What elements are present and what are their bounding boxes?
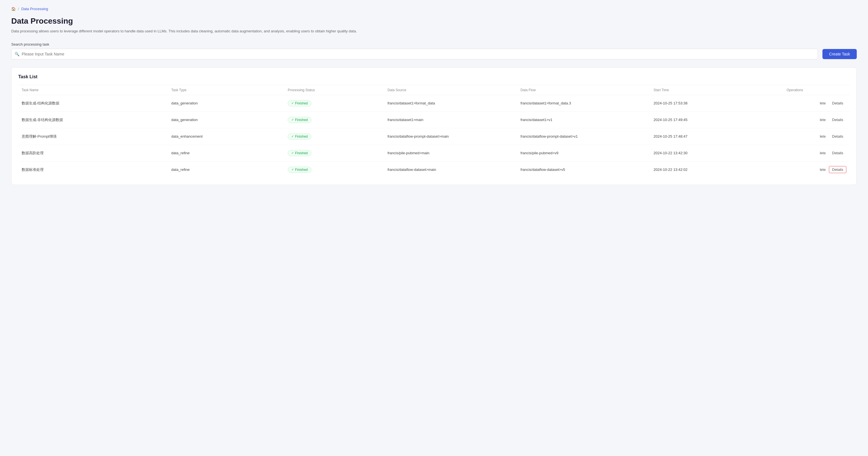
check-icon: ✓ (291, 101, 294, 105)
details-link[interactable]: Details (829, 99, 846, 107)
check-icon: ✓ (291, 151, 294, 155)
cell-task-type: data_generation (168, 95, 284, 111)
status-badge: ✓ Finished (288, 134, 311, 140)
home-icon[interactable]: 🏠 (11, 7, 16, 11)
table-row: 数据高阶处理 data_refine ✓ Finished francis/pi… (18, 145, 850, 161)
cell-start-time: 2024-10-22 13:42:02 (650, 161, 783, 178)
col-header-start-time: Start Time (650, 85, 783, 95)
col-header-operations: Operations (783, 85, 850, 95)
cell-task-name: 数据生成-结构化源数据 (18, 95, 168, 111)
cell-operations: lete Details (783, 161, 850, 178)
search-row: 🔍 Create Task (11, 49, 857, 59)
table-header: Task Name Task Type Processing Status Da… (18, 85, 850, 95)
details-link[interactable]: Details (829, 116, 846, 123)
page-description: Data processing allows users to leverage… (11, 28, 377, 34)
cell-data-flow: francis/dataflow-dataset>v5 (517, 161, 650, 178)
col-header-data-flow: Data Flow (517, 85, 650, 95)
delete-link[interactable]: lete (820, 151, 826, 155)
cell-data-source: francis/dataflow-dataset>main (384, 161, 517, 178)
cell-data-flow: francis/pile-pubmed>v9 (517, 145, 650, 161)
cell-operations: lete Details (783, 95, 850, 111)
cell-operations: lete Details (783, 111, 850, 128)
table-row: 数据生成-非结构化源数据 data_generation ✓ Finished … (18, 111, 850, 128)
cell-data-flow: francis/dataflow-prompt-dataset>v1 (517, 128, 650, 145)
cell-task-type: data_refine (168, 145, 284, 161)
cell-data-source: francis/dataset1>main (384, 111, 517, 128)
search-icon: 🔍 (14, 52, 20, 56)
check-icon: ✓ (291, 118, 294, 122)
search-label: Search processing task (11, 42, 857, 47)
cell-task-type: data_refine (168, 161, 284, 178)
cell-start-time: 2024-10-25 17:53:38 (650, 95, 783, 111)
task-table: Task Name Task Type Processing Status Da… (18, 85, 850, 178)
status-badge: ✓ Finished (288, 117, 311, 123)
cell-status: ✓ Finished (284, 111, 384, 128)
cell-start-time: 2024-10-25 17:49:45 (650, 111, 783, 128)
table-row: 数据标准处理 data_refine ✓ Finished francis/da… (18, 161, 850, 178)
cell-status: ✓ Finished (284, 128, 384, 145)
col-header-task-name: Task Name (18, 85, 168, 95)
cell-operations: lete Details (783, 128, 850, 145)
cell-task-type: data_enhancement (168, 128, 284, 145)
details-link[interactable]: Details (829, 149, 846, 156)
delete-link[interactable]: lete (820, 168, 826, 172)
breadcrumb: 🏠 / Data Processing (11, 7, 857, 11)
page-title: Data Processing (11, 17, 857, 26)
delete-link[interactable]: lete (820, 134, 826, 139)
cell-start-time: 2024-10-22 13:42:30 (650, 145, 783, 161)
cell-data-source: francis/dataset1>format_data (384, 95, 517, 111)
col-header-data-source: Data Source (384, 85, 517, 95)
breadcrumb-separator: / (18, 7, 19, 11)
col-header-task-type: Task Type (168, 85, 284, 95)
cell-data-flow: francis/dataset1>v1 (517, 111, 650, 128)
col-header-status: Processing Status (284, 85, 384, 95)
search-input-wrapper: 🔍 (11, 49, 818, 59)
cell-task-name: 数据标准处理 (18, 161, 168, 178)
delete-link[interactable]: lete (820, 118, 826, 122)
table-row: 数据生成-结构化源数据 data_generation ✓ Finished f… (18, 95, 850, 111)
check-icon: ✓ (291, 168, 294, 171)
cell-task-name: 意图理解-Prompt增强 (18, 128, 168, 145)
status-badge: ✓ Finished (288, 100, 311, 106)
table-row: 意图理解-Prompt增强 data_enhancement ✓ Finishe… (18, 128, 850, 145)
table-body: 数据生成-结构化源数据 data_generation ✓ Finished f… (18, 95, 850, 178)
check-icon: ✓ (291, 135, 294, 138)
details-link[interactable]: Details (829, 133, 846, 140)
cell-status: ✓ Finished (284, 145, 384, 161)
task-list-title: Task List (18, 74, 850, 79)
cell-data-flow: francis/dataset1>format_data.3 (517, 95, 650, 111)
task-list-card: Task List Task Name Task Type Processing… (11, 67, 857, 185)
cell-operations: lete Details (783, 145, 850, 161)
cell-status: ✓ Finished (284, 95, 384, 111)
search-input[interactable] (11, 49, 818, 59)
cell-task-type: data_generation (168, 111, 284, 128)
cell-task-name: 数据生成-非结构化源数据 (18, 111, 168, 128)
cell-task-name: 数据高阶处理 (18, 145, 168, 161)
page-container: 🏠 / Data Processing Data Processing Data… (0, 0, 868, 192)
delete-link[interactable]: lete (820, 101, 826, 105)
status-badge: ✓ Finished (288, 150, 311, 156)
cell-data-source: francis/pile-pubmed>main (384, 145, 517, 161)
breadcrumb-current[interactable]: Data Processing (21, 7, 48, 11)
details-link[interactable]: Details (829, 166, 846, 173)
cell-start-time: 2024-10-25 17:48:47 (650, 128, 783, 145)
cell-data-source: francis/dataflow-prompt-dataset>main (384, 128, 517, 145)
cell-status: ✓ Finished (284, 161, 384, 178)
create-task-button[interactable]: Create Task (823, 49, 857, 59)
status-badge: ✓ Finished (288, 167, 311, 173)
